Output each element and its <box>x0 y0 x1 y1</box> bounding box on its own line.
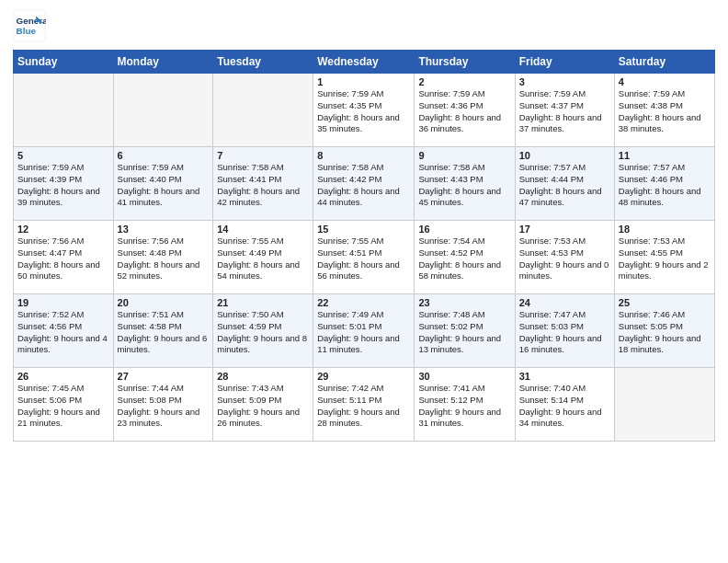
calendar-cell <box>113 74 213 147</box>
calendar-cell: 10Sunrise: 7:57 AM Sunset: 4:44 PM Dayli… <box>515 147 614 221</box>
calendar-cell: 28Sunrise: 7:43 AM Sunset: 5:09 PM Dayli… <box>213 368 313 442</box>
day-number: 26 <box>17 371 109 382</box>
day-info: Sunrise: 7:59 AM Sunset: 4:39 PM Dayligh… <box>17 162 109 209</box>
calendar-cell: 1Sunrise: 7:59 AM Sunset: 4:35 PM Daylig… <box>313 74 415 147</box>
day-number: 10 <box>519 150 610 161</box>
calendar-cell: 30Sunrise: 7:41 AM Sunset: 5:12 PM Dayli… <box>415 368 515 442</box>
day-number: 12 <box>17 224 109 235</box>
calendar-cell: 4Sunrise: 7:59 AM Sunset: 4:38 PM Daylig… <box>614 74 714 147</box>
calendar-cell: 26Sunrise: 7:45 AM Sunset: 5:06 PM Dayli… <box>14 368 114 442</box>
day-info: Sunrise: 7:59 AM Sunset: 4:37 PM Dayligh… <box>519 88 610 135</box>
day-info: Sunrise: 7:41 AM Sunset: 5:12 PM Dayligh… <box>418 383 510 430</box>
day-info: Sunrise: 7:59 AM Sunset: 4:38 PM Dayligh… <box>619 88 711 135</box>
calendar-cell: 8Sunrise: 7:58 AM Sunset: 4:42 PM Daylig… <box>313 147 415 221</box>
day-number: 28 <box>217 371 309 382</box>
header-cell-friday: Friday <box>515 51 614 74</box>
calendar-cell <box>14 74 114 147</box>
calendar-cell: 27Sunrise: 7:44 AM Sunset: 5:08 PM Dayli… <box>113 368 213 442</box>
calendar-cell: 2Sunrise: 7:59 AM Sunset: 4:36 PM Daylig… <box>415 74 515 147</box>
day-info: Sunrise: 7:48 AM Sunset: 5:02 PM Dayligh… <box>418 309 510 356</box>
calendar-cell: 12Sunrise: 7:56 AM Sunset: 4:47 PM Dayli… <box>14 221 114 294</box>
day-number: 18 <box>619 224 711 235</box>
day-number: 19 <box>17 297 109 308</box>
calendar-cell <box>213 74 313 147</box>
day-info: Sunrise: 7:59 AM Sunset: 4:36 PM Dayligh… <box>418 88 510 135</box>
day-number: 3 <box>519 76 610 87</box>
day-number: 23 <box>418 297 510 308</box>
day-number: 27 <box>118 371 210 382</box>
day-number: 17 <box>519 224 610 235</box>
header-cell-tuesday: Tuesday <box>213 51 313 74</box>
day-info: Sunrise: 7:49 AM Sunset: 5:01 PM Dayligh… <box>317 309 410 356</box>
day-number: 11 <box>619 150 711 161</box>
week-row-5: 26Sunrise: 7:45 AM Sunset: 5:06 PM Dayli… <box>14 368 715 442</box>
day-number: 20 <box>118 297 210 308</box>
calendar-cell: 16Sunrise: 7:54 AM Sunset: 4:52 PM Dayli… <box>415 221 515 294</box>
day-info: Sunrise: 7:45 AM Sunset: 5:06 PM Dayligh… <box>17 383 109 430</box>
day-info: Sunrise: 7:56 AM Sunset: 4:47 PM Dayligh… <box>17 236 109 282</box>
calendar-cell: 14Sunrise: 7:55 AM Sunset: 4:49 PM Dayli… <box>213 221 313 294</box>
week-row-3: 12Sunrise: 7:56 AM Sunset: 4:47 PM Dayli… <box>14 221 715 294</box>
day-number: 15 <box>317 224 410 235</box>
header-cell-saturday: Saturday <box>614 51 714 74</box>
header: General Blue <box>13 9 715 42</box>
calendar-cell: 5Sunrise: 7:59 AM Sunset: 4:39 PM Daylig… <box>14 147 114 221</box>
logo: General Blue <box>13 9 46 42</box>
calendar-table: SundayMondayTuesdayWednesdayThursdayFrid… <box>13 50 715 442</box>
day-info: Sunrise: 7:40 AM Sunset: 5:14 PM Dayligh… <box>519 383 610 430</box>
day-info: Sunrise: 7:42 AM Sunset: 5:11 PM Dayligh… <box>317 383 410 430</box>
day-number: 30 <box>418 371 510 382</box>
day-number: 22 <box>317 297 410 308</box>
day-number: 6 <box>118 150 210 161</box>
calendar-cell: 21Sunrise: 7:50 AM Sunset: 4:59 PM Dayli… <box>213 294 313 368</box>
calendar-cell: 13Sunrise: 7:56 AM Sunset: 4:48 PM Dayli… <box>113 221 213 294</box>
day-number: 21 <box>217 297 309 308</box>
day-number: 7 <box>217 150 309 161</box>
day-number: 13 <box>118 224 210 235</box>
header-cell-monday: Monday <box>113 51 213 74</box>
day-info: Sunrise: 7:56 AM Sunset: 4:48 PM Dayligh… <box>118 236 210 282</box>
day-info: Sunrise: 7:51 AM Sunset: 4:58 PM Dayligh… <box>118 309 210 356</box>
day-info: Sunrise: 7:59 AM Sunset: 4:40 PM Dayligh… <box>118 162 210 209</box>
calendar-cell: 24Sunrise: 7:47 AM Sunset: 5:03 PM Dayli… <box>515 294 614 368</box>
day-info: Sunrise: 7:55 AM Sunset: 4:51 PM Dayligh… <box>317 236 410 282</box>
day-number: 9 <box>418 150 510 161</box>
day-number: 14 <box>217 224 309 235</box>
calendar-cell: 19Sunrise: 7:52 AM Sunset: 4:56 PM Dayli… <box>14 294 114 368</box>
day-number: 5 <box>17 150 109 161</box>
day-info: Sunrise: 7:50 AM Sunset: 4:59 PM Dayligh… <box>217 309 309 356</box>
calendar-cell: 15Sunrise: 7:55 AM Sunset: 4:51 PM Dayli… <box>313 221 415 294</box>
day-number: 2 <box>418 76 510 87</box>
day-info: Sunrise: 7:58 AM Sunset: 4:42 PM Dayligh… <box>317 162 410 209</box>
calendar-cell: 22Sunrise: 7:49 AM Sunset: 5:01 PM Dayli… <box>313 294 415 368</box>
day-info: Sunrise: 7:54 AM Sunset: 4:52 PM Dayligh… <box>418 236 510 282</box>
header-cell-sunday: Sunday <box>14 51 114 74</box>
day-info: Sunrise: 7:43 AM Sunset: 5:09 PM Dayligh… <box>217 383 309 430</box>
day-info: Sunrise: 7:46 AM Sunset: 5:05 PM Dayligh… <box>619 309 711 356</box>
day-info: Sunrise: 7:57 AM Sunset: 4:46 PM Dayligh… <box>619 162 711 209</box>
calendar-cell: 6Sunrise: 7:59 AM Sunset: 4:40 PM Daylig… <box>113 147 213 221</box>
calendar-cell: 3Sunrise: 7:59 AM Sunset: 4:37 PM Daylig… <box>515 74 614 147</box>
day-number: 25 <box>619 297 711 308</box>
day-info: Sunrise: 7:58 AM Sunset: 4:41 PM Dayligh… <box>217 162 309 209</box>
calendar-cell: 17Sunrise: 7:53 AM Sunset: 4:53 PM Dayli… <box>515 221 614 294</box>
calendar-cell: 23Sunrise: 7:48 AM Sunset: 5:02 PM Dayli… <box>415 294 515 368</box>
day-info: Sunrise: 7:44 AM Sunset: 5:08 PM Dayligh… <box>118 383 210 430</box>
calendar-cell: 11Sunrise: 7:57 AM Sunset: 4:46 PM Dayli… <box>614 147 714 221</box>
calendar-cell: 9Sunrise: 7:58 AM Sunset: 4:43 PM Daylig… <box>415 147 515 221</box>
day-number: 31 <box>519 371 610 382</box>
day-number: 29 <box>317 371 410 382</box>
day-info: Sunrise: 7:59 AM Sunset: 4:35 PM Dayligh… <box>317 88 410 135</box>
calendar-cell: 7Sunrise: 7:58 AM Sunset: 4:41 PM Daylig… <box>213 147 313 221</box>
week-row-2: 5Sunrise: 7:59 AM Sunset: 4:39 PM Daylig… <box>14 147 715 221</box>
calendar-cell: 18Sunrise: 7:53 AM Sunset: 4:55 PM Dayli… <box>614 221 714 294</box>
day-info: Sunrise: 7:58 AM Sunset: 4:43 PM Dayligh… <box>418 162 510 209</box>
header-cell-wednesday: Wednesday <box>313 51 415 74</box>
day-number: 4 <box>619 76 711 87</box>
week-row-1: 1Sunrise: 7:59 AM Sunset: 4:35 PM Daylig… <box>14 74 715 147</box>
day-number: 24 <box>519 297 610 308</box>
logo-icon: General Blue <box>13 9 46 42</box>
page: General Blue SundayMondayTuesdayWednesda… <box>0 0 728 563</box>
day-info: Sunrise: 7:47 AM Sunset: 5:03 PM Dayligh… <box>519 309 610 356</box>
day-info: Sunrise: 7:57 AM Sunset: 4:44 PM Dayligh… <box>519 162 610 209</box>
